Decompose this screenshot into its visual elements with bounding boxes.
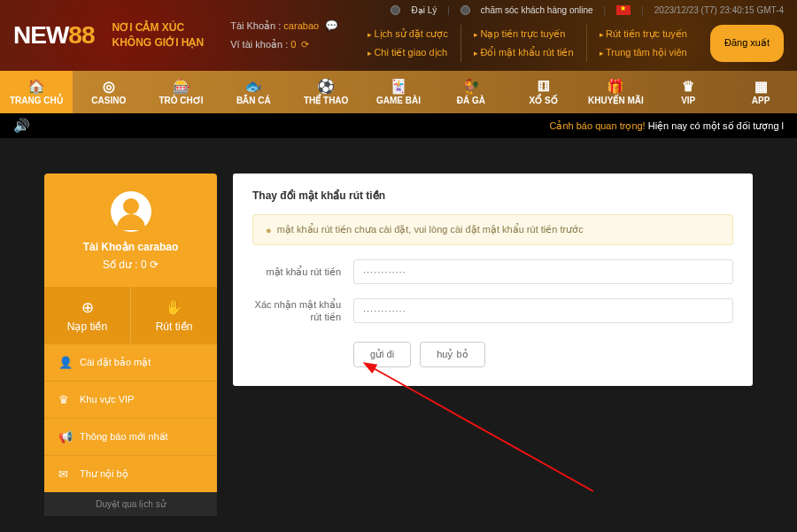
rooster-icon: 🐓 [462, 80, 480, 94]
megaphone-icon: 📢 [58, 430, 73, 443]
content: Tài Khoản carabao Số dư : 0 ⟳ ⊕Nạp tiền … [0, 138, 797, 516]
header: NEW88 NƠI CẢM XÚCKHÔNG GIỚI HẠN Tài Khoả… [0, 0, 797, 71]
cards-icon: 🃏 [390, 80, 407, 94]
nav-fishing[interactable]: 🐟BẮN CÁ [217, 71, 290, 113]
profile-name: Tài Khoản carabao [53, 241, 208, 253]
menu-vip[interactable]: ♛Khu vực VIP [44, 381, 217, 418]
home-icon: 🏠 [27, 80, 45, 94]
confirm-password-input[interactable] [353, 298, 733, 323]
label-password: mật khẩu rút tiền [252, 266, 341, 278]
mail-icon: ✉ [58, 467, 73, 481]
menu-security[interactable]: 👤Cài đặt bảo mật [44, 343, 217, 381]
logo[interactable]: NEW88 [13, 21, 94, 50]
nav-games[interactable]: 🎰TRÒ CHƠI [145, 71, 218, 113]
link-member[interactable]: Trung tâm hội viên [600, 43, 687, 62]
nav-cards[interactable]: 🃏GAME BÀI [362, 71, 435, 113]
logout-button[interactable]: Đăng xuất [710, 25, 784, 62]
ball-icon: ⚽ [317, 80, 335, 94]
link-deposit[interactable]: Nạp tiền trực tuyến [474, 25, 574, 43]
history-footer: Duyệt qua lịch sử [44, 492, 217, 516]
nav-casino[interactable]: ◎CASINO [73, 71, 145, 113]
header-quick-links: Lịch sử đặt cược Chi tiết giao dịch Nạp … [355, 25, 784, 62]
sidebar: Tài Khoản carabao Số dư : 0 ⟳ ⊕Nạp tiền … [44, 173, 217, 516]
balance: Số dư : 0 ⟳ [53, 258, 208, 271]
link-withdraw[interactable]: Rút tiền trực tuyến [600, 25, 687, 43]
panel-title: Thay đổi mật khẩu rút tiền [252, 189, 733, 202]
menu-inbox[interactable]: ✉Thư nội bộ [44, 455, 217, 492]
alert-box: mật khẩu rút tiền chưa cài đặt, vui lòng… [252, 214, 733, 245]
link-transactions[interactable]: Chi tiết giao dịch [368, 43, 448, 62]
nav-home[interactable]: 🏠TRANG CHỦ [0, 71, 73, 113]
avatar-icon [111, 191, 151, 232]
grid-icon: ▦ [754, 80, 768, 94]
label-confirm: Xác nhận mật khẩu rút tiền [252, 298, 341, 324]
cs-link[interactable]: chăm sóc khách hàng online [481, 5, 593, 15]
panel: Thay đổi mật khẩu rút tiền mật khẩu rút … [233, 173, 753, 386]
marquee: 🔊 Cảnh báo quan trọng! Hiện nay có một s… [0, 113, 797, 138]
withdraw-icon: ✋ [165, 298, 183, 317]
profile-card: Tài Khoản carabao Số dư : 0 ⟳ [44, 173, 217, 287]
password-input[interactable] [353, 259, 733, 284]
nav-promo[interactable]: 🎁KHUYẾN MÃI [580, 71, 653, 113]
timestamp: 2023/12/23 (T7) 23:40:15 GMT-4 [654, 5, 784, 15]
link-bet-history[interactable]: Lịch sử đặt cược [368, 25, 448, 43]
agent-link[interactable]: Đại Lý [411, 5, 437, 15]
user-icon: 👤 [58, 356, 73, 369]
nav-app[interactable]: ▦APP [724, 71, 797, 113]
tagline: NƠI CẢM XÚCKHÔNG GIỚI HẠN [112, 20, 204, 50]
refresh-icon[interactable]: ⟳ [301, 39, 309, 50]
submit-button[interactable]: gửi đi [353, 342, 411, 367]
dice-icon: ⚅ [538, 80, 550, 94]
cancel-button[interactable]: huỷ bỏ [420, 342, 484, 367]
nav-cockfight[interactable]: 🐓ĐÁ GÀ [435, 71, 507, 113]
main-nav: 🏠TRANG CHỦ ◎CASINO 🎰TRÒ CHƠI 🐟BẮN CÁ ⚽TH… [0, 71, 797, 113]
account-info: Tài Khoản : carabao 💬 Ví tài khoản : 0 ⟳ [230, 17, 338, 53]
top-links: Đại Lý | chăm sóc khách hàng online | | … [391, 5, 784, 15]
withdraw-button[interactable]: ✋Rút tiền [131, 287, 217, 343]
nav-vip[interactable]: ♛VIP [652, 71, 724, 113]
fish-icon: 🐟 [244, 80, 262, 94]
flag-icon[interactable] [616, 5, 631, 15]
headset-icon [460, 5, 470, 15]
slot-icon: 🎰 [173, 80, 190, 94]
nav-lottery[interactable]: ⚅XỔ SỐ [507, 71, 580, 113]
crown-icon: ♛ [682, 80, 694, 94]
chat-icon[interactable]: 💬 [325, 17, 338, 36]
deposit-icon: ⊕ [81, 298, 94, 317]
sound-icon[interactable]: 🔊 [13, 118, 30, 134]
nav-sports[interactable]: ⚽THỂ THAO [290, 71, 362, 113]
link-change-pw[interactable]: Đổi mật khẩu rút tiền [474, 43, 574, 62]
headset-icon [391, 5, 400, 15]
action-row: ⊕Nạp tiền ✋Rút tiền [44, 287, 217, 343]
deposit-button[interactable]: ⊕Nạp tiền [44, 287, 131, 343]
casino-icon: ◎ [103, 80, 115, 94]
gift-icon: 🎁 [607, 80, 624, 94]
refresh-icon[interactable]: ⟳ [150, 258, 159, 271]
menu-news[interactable]: 📢Thông báo mới nhất [44, 418, 217, 455]
crown-icon: ♛ [58, 393, 73, 406]
